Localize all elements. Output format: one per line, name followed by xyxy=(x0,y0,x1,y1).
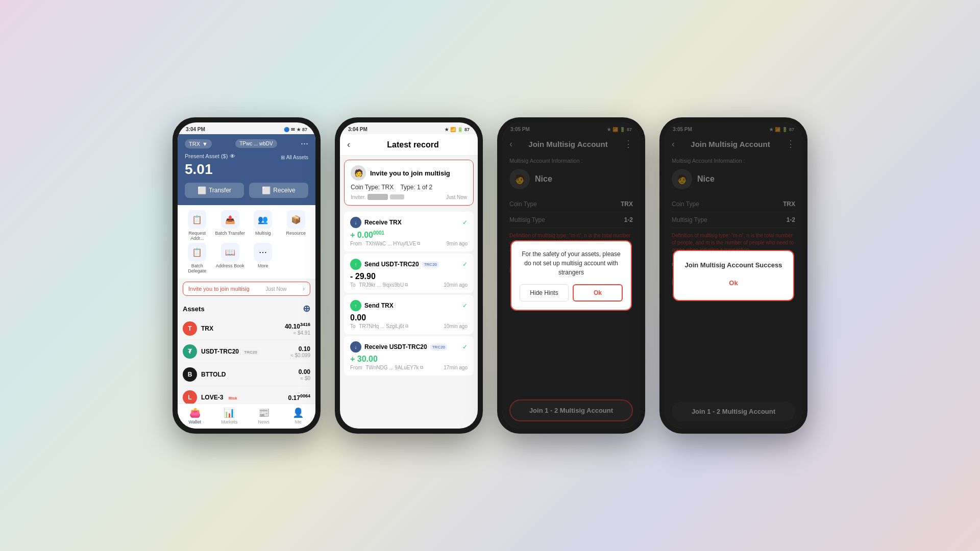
love-balance: 0.170064 xyxy=(288,393,310,402)
phone-3-screen: 3:05 PM ★📶🔋87 ‹ Join Multisig Account ⋮ … xyxy=(502,122,640,429)
asset-row-btt[interactable]: B BTTOLD 0.00 ≈ $0 xyxy=(183,363,310,386)
asset-value: 5.01 xyxy=(185,161,308,178)
receive-btn[interactable]: ⬜ Receive xyxy=(249,183,308,198)
wallet-nav-label: Wallet xyxy=(188,419,201,424)
btt-asset-icon: B xyxy=(183,367,197,382)
asset-row-usdt[interactable]: ₮ USDT-TRC20 TRC20 0.10 ≈ $0.099 xyxy=(183,340,310,363)
trx-usd: ≈ $4.91 xyxy=(285,330,310,336)
invite-card-header: 🧑 Invite you to join multisig xyxy=(351,165,467,181)
record-header: ‹ Latest record xyxy=(340,134,478,156)
tx-check-1: ✓ xyxy=(462,219,468,226)
more-options-btn[interactable]: ··· xyxy=(301,138,308,149)
tx-dot-4: ↓ xyxy=(350,341,361,353)
assets-section: Assets ⊕ T TRX 40.103416 ≈ $4.91 ₮ USDT-… xyxy=(178,299,315,404)
tx-item-receive-usdt[interactable]: ↓ Receive USDT-TRC20 TRC20 ✓ + 30.00 Fro… xyxy=(344,336,474,375)
multisig-label: Multisig xyxy=(255,231,271,236)
nav-me[interactable]: 👤 Me xyxy=(281,407,316,424)
tx-header-3: ↑ Send TRX ✓ xyxy=(350,300,468,311)
tx-badge-2: TRC20 xyxy=(422,262,439,267)
warning-modal-overlay: For the safety of your assets, please do… xyxy=(502,122,640,429)
tx-time-4: 17min ago xyxy=(444,365,468,370)
wallet-header: TRX ▼ TPwc ... wbDV ··· Present Asset ($… xyxy=(178,134,315,205)
btt-usd: ≈ $0 xyxy=(299,375,310,381)
invite-bottom: Inviter. Just Now xyxy=(351,194,467,200)
tx-type-3: Send TRX xyxy=(364,302,394,309)
tx-header-4: ↓ Receive USDT-TRC20 TRC20 ✓ xyxy=(350,341,468,353)
invite-details: Coin Type: TRX Type: 1 of 2 xyxy=(351,184,467,191)
phone-4: 3:05 PM ★📶🔋87 ‹ Join Multisig Account ⋮ … xyxy=(659,117,807,434)
quick-action-more[interactable]: ⋯ More xyxy=(248,243,279,273)
address-book-icon: 📖 xyxy=(221,243,239,261)
notif-arrow: › xyxy=(303,285,305,292)
tx-dot-2: ↑ xyxy=(350,259,361,270)
asset-row-love[interactable]: L LOVE-3 Risk 0.170064 xyxy=(183,386,310,404)
copy-icon-1: ⧉ xyxy=(417,241,420,246)
tx-badge-4: TRC20 xyxy=(430,344,447,350)
phone-2-screen: 3:04 PM ★📶🔋87 ‹ Latest record 🧑 Invite y… xyxy=(340,122,478,429)
tx-detail-1: From TXhWaC ... HYuyfLVE ⧉ 9min ago xyxy=(350,241,468,246)
news-nav-label: News xyxy=(258,419,270,424)
love-amounts: 0.170064 xyxy=(288,393,310,402)
batch-delegate-label: Batch Delegate xyxy=(182,263,213,273)
love-asset-icon: L xyxy=(183,390,197,404)
tx-time-1: 9min ago xyxy=(447,241,468,246)
phone-2: 3:04 PM ★📶🔋87 ‹ Latest record 🧑 Invite y… xyxy=(335,117,483,434)
markets-nav-icon: 📊 xyxy=(224,407,235,418)
tx-amount-4: + 30.00 xyxy=(350,355,468,364)
tx-check-2: ✓ xyxy=(462,261,468,268)
modal-actions-3: Hide Hints Ok xyxy=(520,284,623,302)
quick-action-batch-transfer[interactable]: 📤 Batch Transfer xyxy=(215,210,246,241)
add-asset-icon[interactable]: ⊕ xyxy=(303,303,310,314)
transfer-icon: ⬜ xyxy=(198,186,206,194)
usdt-amounts: 0.10 ≈ $0.099 xyxy=(290,345,310,358)
quick-action-address-book[interactable]: 📖 Address Book xyxy=(215,243,246,273)
copy-icon-2: ⧉ xyxy=(405,282,408,288)
usdt-asset-name: USDT-TRC20 TRC20 xyxy=(201,348,290,355)
tx-item-send-usdt[interactable]: ↑ Send USDT-TRC20 TRC20 ✓ - 29.90 To TRJ… xyxy=(344,254,474,293)
transfer-btn[interactable]: ⬜ Transfer xyxy=(185,183,244,198)
trx-amounts: 40.103416 ≈ $4.91 xyxy=(285,322,310,336)
request-icon: 📋 xyxy=(188,210,206,229)
quick-action-batch-delegate[interactable]: 📋 Batch Delegate xyxy=(182,243,213,273)
copy-icon-4: ⧉ xyxy=(420,365,423,370)
tx-header-2: ↑ Send USDT-TRC20 TRC20 ✓ xyxy=(350,259,468,270)
wallet-actions: ⬜ Transfer ⬜ Receive xyxy=(185,183,308,198)
hide-hints-btn[interactable]: Hide Hints xyxy=(520,284,569,302)
nav-markets[interactable]: 📊 Markets xyxy=(212,407,247,424)
invite-card[interactable]: 🧑 Invite you to join multisig Coin Type:… xyxy=(344,160,474,206)
asset-row-trx[interactable]: T TRX 40.103416 ≈ $4.91 xyxy=(183,317,310,340)
inviter-blurred-1 xyxy=(368,194,388,200)
tx-addr-1: From TXhWaC ... HYuyfLVE ⧉ xyxy=(350,241,420,246)
love-asset-name: LOVE-3 Risk xyxy=(201,394,288,401)
success-ok-btn[interactable]: Ok xyxy=(719,276,748,290)
quick-action-multisig[interactable]: 👥 Multisig xyxy=(248,210,279,241)
trx-badge[interactable]: TRX ▼ xyxy=(185,139,212,148)
trx-label: TRX xyxy=(189,141,200,147)
tx-addr-3: To TR7NHq ... SzgiLj6t ⧉ xyxy=(350,323,408,329)
quick-action-request[interactable]: 📋 Request Addr... xyxy=(182,210,213,241)
back-button-2[interactable]: ‹ xyxy=(347,139,350,150)
tx-item-receive-trx[interactable]: ↓ Receive TRX ✓ + 0.000001 From TXhWaC .… xyxy=(344,212,474,252)
tx-amount-3: 0.00 xyxy=(350,313,468,322)
trx-asset-icon: T xyxy=(183,321,197,336)
invite-time: Just Now xyxy=(446,194,467,200)
markets-nav-label: Markets xyxy=(221,419,237,424)
more-icon: ⋯ xyxy=(254,243,272,261)
tx-item-send-trx[interactable]: ↑ Send TRX ✓ 0.00 To TR7NHq ... SzgiLj6t… xyxy=(344,295,474,334)
notification-banner[interactable]: Invite you to join multisig Just Now › xyxy=(183,282,310,296)
account-badge[interactable]: TPwc ... wbDV xyxy=(235,139,277,148)
ok-btn-3[interactable]: Ok xyxy=(573,284,623,302)
copy-icon-3: ⧉ xyxy=(405,323,408,329)
batch-delegate-icon: 📋 xyxy=(188,243,206,261)
tx-time-3: 10min ago xyxy=(444,323,468,329)
invite-from: Inviter. xyxy=(351,194,404,200)
tx-detail-4: From TWnNDG ... 9ALuEY7k ⧉ 17min ago xyxy=(350,365,468,370)
quick-action-resource[interactable]: 📦 Resource xyxy=(281,210,312,241)
wallet-nav-icon: 👛 xyxy=(189,407,201,418)
nav-news[interactable]: 📰 News xyxy=(247,407,281,424)
more-label: More xyxy=(258,263,268,268)
nav-wallet[interactable]: 👛 Wallet xyxy=(178,407,212,424)
all-assets-link[interactable]: ⊞ All Assets xyxy=(281,155,308,160)
status-bar-1: 3:04 PM 🔵 ✉ ★ 87 xyxy=(178,122,315,134)
address-book-label: Address Book xyxy=(216,263,244,268)
